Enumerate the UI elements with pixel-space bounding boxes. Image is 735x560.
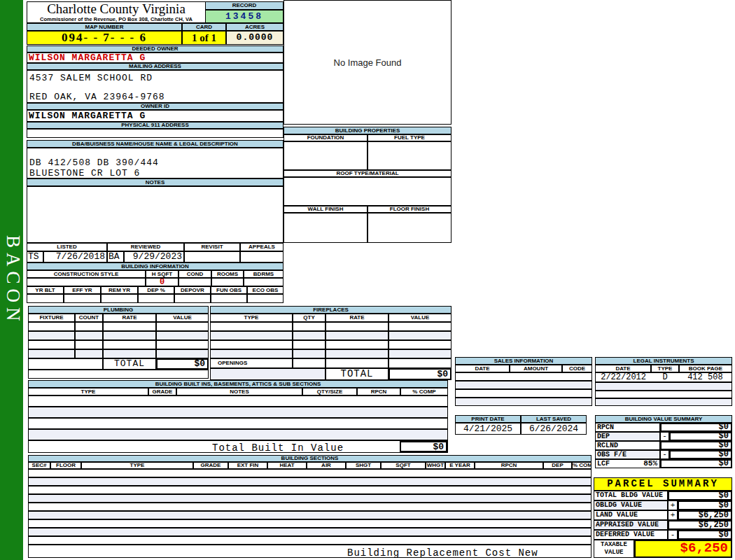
building-info-values1: 0 <box>27 278 284 286</box>
remyr-value <box>101 294 138 303</box>
sections-floor-label: FLOOR <box>50 462 81 469</box>
built-ins-total-value: $0 <box>400 441 447 452</box>
plumbing-total-label: TOTAL <box>103 358 156 370</box>
bvs-lcf-text: LCF <box>597 460 610 468</box>
bdrms-value <box>244 278 284 286</box>
built-ins-row <box>28 396 448 407</box>
building-sections-row <box>28 511 592 519</box>
built-ins-total-row: Total Built In Value $0 <box>28 440 448 453</box>
funobs-label: FUN OBS <box>211 286 247 294</box>
revisit-label: REVISIT <box>184 243 240 251</box>
built-ins-notes-label: NOTES <box>176 388 302 396</box>
sections-extfin-label: EXT FIN <box>228 462 267 469</box>
parcel-row-totalbldg: TOTAL BLDG VALUE $0 <box>594 491 732 500</box>
built-ins-type-label: TYPE <box>28 388 148 396</box>
built-ins-row <box>28 418 448 429</box>
sections-type-label: TYPE <box>81 462 193 469</box>
plumbing-cell <box>75 331 103 340</box>
rooms-label: ROOMS <box>211 270 244 278</box>
parcel-land-label: LAND VALUE <box>594 510 668 520</box>
sidebar: BACON <box>0 0 23 560</box>
sales-title: SALES INFORMATION <box>455 357 592 365</box>
fireplaces-cell <box>388 340 451 349</box>
plumbing-cell <box>103 322 156 331</box>
plumbing-value-label: VALUE <box>156 314 209 322</box>
bvs-lcf-label: LCF 85% <box>595 459 660 468</box>
legal-row <box>595 398 732 406</box>
built-ins-row <box>28 429 448 440</box>
sections-whgt-label: WHGT <box>426 462 445 469</box>
legal-description-box: DB 412/508 DB 390/444 BLUESTONE CR LOT 6 <box>27 148 284 178</box>
building-replacement-label: Building Replacement Cost New <box>347 547 538 558</box>
revisit-value <box>184 251 240 262</box>
bvs-obsfe-value: $0 <box>669 450 732 459</box>
deeded-owner-label: DEEDED OWNER <box>27 46 284 52</box>
plumbing-cell <box>28 322 75 331</box>
built-ins-qtysize-label: QTY/SIZE <box>302 388 357 396</box>
mailing-address-box: 4537 SALEM SCHOOL RD RED OAK, VA 23964-9… <box>27 70 284 103</box>
hsqft-label: H SQFT <box>146 270 178 278</box>
plumbing-cell <box>28 349 75 358</box>
bvs-dep-label: DEP <box>595 432 660 441</box>
county-title-box: Charlotte County Virginia Commissioner o… <box>27 1 206 23</box>
depovr-label: DEPOVR <box>174 286 211 294</box>
construction-style-label: CONSTRUCTION STYLE <box>27 270 146 278</box>
dep-value <box>138 294 174 303</box>
acres-label: ACRES <box>226 23 284 31</box>
fireplaces-cell <box>210 340 293 349</box>
fireplaces-cell <box>326 358 388 368</box>
sections-shgt-label: SHGT <box>346 462 381 469</box>
built-ins-grade-label: GRADE <box>148 388 176 396</box>
parcel-row-deferred: DEFERRED VALUE - $0 <box>594 530 732 540</box>
mailing-address-line2: RED OAK, VA 23964-9768 <box>29 92 165 102</box>
sales-header-row: DATE AMOUNT CODE <box>455 365 592 372</box>
building-sections-row <box>28 528 592 536</box>
review-header-row: LISTED REVIEWED REVISIT APPEALS <box>27 243 284 251</box>
notes-box <box>27 186 284 243</box>
parcel-summary-title: PARCEL SUMMARY <box>594 477 732 491</box>
print-date-value: 4/21/2025 <box>455 423 521 435</box>
sections-comp-label: % COMP <box>572 462 592 469</box>
bvs-rpcn-value: $0 <box>660 423 732 432</box>
building-info-values2 <box>27 294 284 303</box>
fireplaces-cell <box>293 322 326 331</box>
building-sections-row <box>28 503 592 511</box>
effyr-label: EFF YR <box>64 286 101 294</box>
sales-date-label: DATE <box>455 365 510 372</box>
owner-id-label: OWNER ID <box>27 103 284 110</box>
built-ins-header-row: TYPE GRADE NOTES QTY/SIZE RPCN % COMP <box>28 388 448 396</box>
fireplaces-value-label: VALUE <box>388 314 451 322</box>
bvs-obsfe-label: OBS F/E <box>595 450 660 459</box>
plumbing-bottom-row <box>28 370 209 379</box>
fireplaces-cell <box>388 349 451 358</box>
plumbing-header-row: FIXTURE COUNT RATE VALUE <box>28 314 209 322</box>
fireplaces-total-row: TOTAL $0 <box>210 368 451 380</box>
fireplaces-cell <box>326 322 388 331</box>
plumbing-cell <box>156 340 209 349</box>
fireplaces-row <box>210 340 451 349</box>
sections-dep-label: DEP <box>543 462 572 469</box>
plumbing-cell <box>103 349 156 358</box>
fireplaces-rate-label: RATE <box>326 314 388 322</box>
roof-value <box>284 177 451 206</box>
sales-amount-label: AMOUNT <box>510 365 562 372</box>
map-number-label: MAP NUMBER <box>27 23 182 31</box>
last-saved-label: LAST SAVED <box>521 415 587 423</box>
fuel-type-value <box>368 141 451 170</box>
rooms-value <box>211 278 244 286</box>
fireplaces-cell <box>388 322 451 331</box>
building-sections-row <box>28 536 592 545</box>
sales-row <box>455 372 592 381</box>
plumbing-total-value: $0 <box>156 358 209 370</box>
fireplaces-cell <box>210 349 293 358</box>
bvs-lcf-value: $0 <box>660 459 732 468</box>
taxable-value: $6,250 <box>634 540 732 558</box>
fireplaces-cell <box>210 331 293 340</box>
fuel-type-label: FUEL TYPE <box>368 134 451 141</box>
foundation-label: FOUNDATION <box>284 134 368 141</box>
legal-header-row: DATE TYPE BOOK PAGE <box>595 365 732 372</box>
bvs-rclnd-label: RCLND <box>595 441 660 450</box>
dba-label: DBA/BUISNESS NAME/HOUSE NAME & LEGAL DES… <box>27 140 284 148</box>
plumbing-title: PLUMBING <box>28 306 209 314</box>
floor-finish-value <box>368 213 451 243</box>
